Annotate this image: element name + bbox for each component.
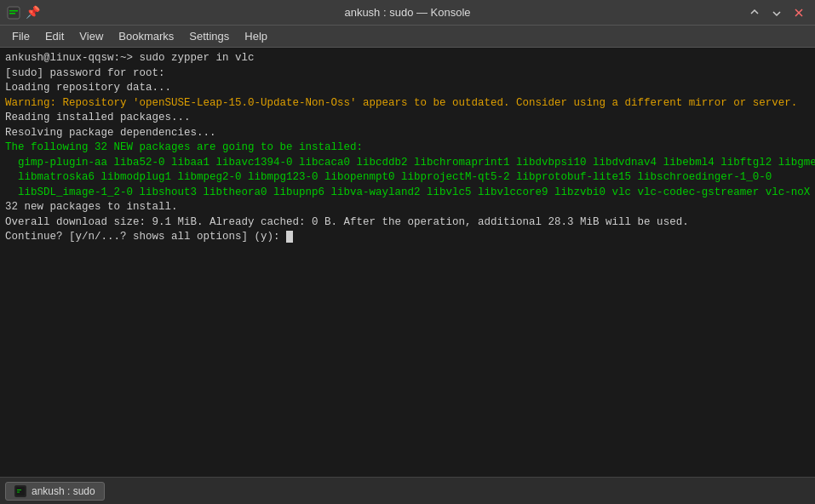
maximize-button[interactable] bbox=[767, 3, 786, 22]
menu-settings[interactable]: Settings bbox=[182, 27, 236, 45]
taskbar-item-label: ankush : sudo bbox=[32, 485, 95, 497]
taskbar-terminal-item[interactable]: ankush : sudo bbox=[5, 482, 105, 501]
menubar: File Edit View Bookmarks Settings Help bbox=[0, 26, 815, 48]
svg-rect-1 bbox=[9, 10, 18, 12]
taskbar: ankush : sudo bbox=[0, 477, 815, 504]
terminal-line: Loading repository data... bbox=[5, 81, 810, 96]
menu-file[interactable]: File bbox=[5, 27, 37, 45]
menu-bookmarks[interactable]: Bookmarks bbox=[112, 27, 181, 45]
menu-edit[interactable]: Edit bbox=[38, 27, 71, 45]
terminal-cursor bbox=[286, 231, 293, 243]
minimize-button[interactable] bbox=[745, 3, 764, 22]
terminal-line: ankush@linux-qqsw:~> sudo zypper in vlc bbox=[5, 51, 810, 66]
close-button[interactable] bbox=[789, 3, 808, 22]
app-icon bbox=[7, 6, 20, 20]
terminal-line: 32 new packages to install. bbox=[5, 200, 810, 215]
terminal-line: Resolving package dependencies... bbox=[5, 126, 810, 141]
terminal-line: Overall download size: 9.1 MiB. Already … bbox=[5, 215, 810, 231]
svg-rect-2 bbox=[9, 13, 15, 14]
terminal-line: libSDL_image-1_2-0 libshout3 libtheora0 … bbox=[5, 186, 810, 201]
terminal-output[interactable]: ankush@linux-qqsw:~> sudo zypper in vlc[… bbox=[0, 48, 815, 477]
svg-rect-7 bbox=[17, 491, 20, 492]
titlebar-left: 📌 bbox=[7, 5, 40, 20]
svg-rect-5 bbox=[16, 487, 25, 495]
taskbar-item-icon bbox=[14, 485, 26, 497]
terminal-line: gimp-plugin-aa liba52-0 libaa1 libavc139… bbox=[5, 156, 810, 171]
terminal-line: [sudo] password for root: bbox=[5, 66, 810, 82]
titlebar: 📌 ankush : sudo — Konsole bbox=[0, 0, 815, 26]
window-title: ankush : sudo — Konsole bbox=[344, 6, 470, 19]
terminal-line: libmatroska6 libmodplug1 libmpeg2-0 libm… bbox=[5, 170, 810, 186]
svg-rect-6 bbox=[17, 490, 21, 490]
menu-help[interactable]: Help bbox=[238, 27, 274, 45]
pin-icon[interactable]: 📌 bbox=[26, 5, 40, 20]
terminal-line: Warning: Repository 'openSUSE-Leap-15.0-… bbox=[5, 96, 810, 112]
terminal-line: Continue? [y/n/...? shows all options] (… bbox=[5, 230, 810, 245]
terminal-line: Reading installed packages... bbox=[5, 111, 810, 126]
window-controls bbox=[745, 3, 808, 22]
terminal-line: The following 32 NEW packages are going … bbox=[5, 140, 810, 156]
menu-view[interactable]: View bbox=[72, 27, 110, 45]
